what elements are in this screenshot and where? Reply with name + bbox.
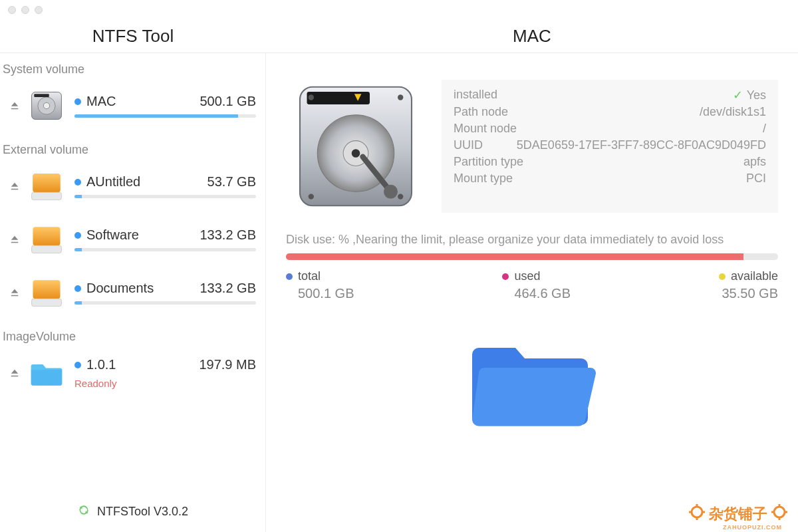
volume-name: Documents — [86, 281, 154, 296]
volume-usage-bar — [74, 114, 256, 118]
watermark-url: ZAHUOPUZI.COM — [723, 524, 782, 531]
eject-button[interactable] — [7, 365, 23, 381]
volume-size: 133.2 GB — [200, 227, 256, 243]
eject-icon — [9, 180, 21, 192]
status-dot — [74, 179, 81, 186]
refresh-icon[interactable] — [77, 503, 90, 520]
info-row-path: Path node/dev/disk1s1 — [454, 104, 766, 120]
selected-volume-title: MAC — [266, 20, 798, 53]
minimize-window-button[interactable] — [21, 6, 29, 14]
disk-stats: total 500.1 GB used 464.6 GB available 3… — [286, 269, 778, 301]
eject-icon — [9, 100, 21, 112]
disk-icon — [28, 87, 65, 124]
disk-image-icon — [286, 80, 426, 213]
eject-icon — [9, 287, 21, 299]
stat-total: total 500.1 GB — [286, 269, 354, 301]
legend-dot-icon — [502, 273, 509, 280]
info-row-installed: installed✓Yes — [454, 86, 766, 104]
watermark: 杂货铺子 — [689, 504, 787, 524]
volume-name: MAC — [86, 94, 116, 109]
volume-name: AUntitled — [86, 174, 140, 190]
eject-button[interactable] — [7, 231, 23, 247]
stat-used: used 464.6 GB — [502, 269, 571, 301]
svg-point-17 — [384, 185, 398, 199]
eject-button[interactable] — [7, 98, 23, 114]
gear-icon — [771, 504, 787, 524]
disk-use-bar — [286, 253, 778, 260]
svg-rect-12 — [307, 92, 370, 104]
close-window-button[interactable] — [8, 6, 16, 14]
gear-icon — [689, 504, 705, 524]
svg-rect-8 — [32, 245, 62, 253]
volume-usage-bar — [74, 248, 256, 251]
svg-point-2 — [43, 102, 49, 108]
stat-available: available 35.50 GB — [719, 269, 778, 301]
info-row-mtype: Mount typePCI — [454, 170, 766, 187]
check-icon: ✓ — [733, 88, 743, 102]
external-drive-icon — [28, 221, 65, 258]
window-titlebar — [0, 0, 798, 20]
eject-icon — [9, 367, 21, 379]
volume-size: 500.1 GB — [200, 94, 256, 109]
volume-usage-bar — [74, 195, 256, 198]
eject-icon — [9, 233, 21, 245]
status-dot — [74, 285, 81, 292]
volume-detail-pane: installed✓Yes Path node/dev/disk1s1 Moun… — [266, 53, 798, 532]
section-image-volume: ImageVolume — [0, 321, 265, 348]
svg-rect-9 — [33, 280, 60, 299]
svg-point-22 — [692, 507, 702, 517]
legend-dot-icon — [719, 273, 726, 280]
volume-row-mac[interactable]: MAC 500.1 GB — [0, 80, 265, 134]
volume-name: 1.0.1 — [86, 357, 116, 372]
volume-size: 197.9 MB — [199, 357, 256, 372]
volume-row-image[interactable]: 1.0.1 197.9 MB Readonly — [0, 348, 265, 401]
status-dot — [74, 98, 81, 105]
app-header: NTFS Tool MAC — [0, 20, 798, 53]
svg-rect-3 — [34, 94, 49, 97]
eject-button[interactable] — [7, 285, 23, 301]
volume-row-software[interactable]: Software 133.2 GB — [0, 214, 265, 267]
disk-use-warning: Disk use: % ,Nearing the limit, please o… — [286, 233, 778, 247]
section-system-volume: System volume — [0, 53, 265, 80]
svg-rect-10 — [32, 299, 62, 306]
volume-size: 133.2 GB — [200, 281, 256, 296]
section-external-volume: External volume — [0, 134, 265, 161]
svg-point-19 — [398, 194, 403, 199]
volume-usage-bar — [74, 301, 256, 305]
status-dot — [74, 232, 81, 239]
svg-point-18 — [309, 194, 314, 199]
folder-open-icon — [459, 328, 605, 441]
app-version: NTFSTool V3.0.2 — [97, 505, 188, 519]
status-dot — [74, 362, 81, 368]
app-title: NTFS Tool — [0, 20, 266, 53]
volume-sidebar: System volume MAC 500.1 GB External volu… — [0, 53, 266, 532]
info-row-ptype: Partition typeapfs — [454, 154, 766, 170]
svg-point-16 — [352, 149, 360, 158]
info-row-mount: Mount node/ — [454, 120, 766, 137]
eject-button[interactable] — [7, 178, 23, 194]
svg-rect-7 — [33, 227, 60, 245]
folder-icon — [28, 354, 65, 392]
sidebar-footer: NTFSTool V3.0.2 — [0, 503, 265, 520]
info-row-uuid: UUID5DAE0659-17EF-3FF7-89CC-8F0AC9D049FD — [454, 137, 766, 154]
external-drive-icon — [28, 274, 65, 311]
svg-point-27 — [774, 507, 785, 517]
svg-rect-5 — [33, 174, 60, 192]
svg-rect-6 — [32, 192, 62, 200]
open-folder-button[interactable] — [286, 328, 778, 441]
volume-row-auntitled[interactable]: AUntitled 53.7 GB — [0, 161, 265, 214]
volume-readonly-badge: Readonly — [74, 378, 256, 389]
volume-info-table: installed✓Yes Path node/dev/disk1s1 Moun… — [442, 80, 778, 213]
external-drive-icon — [28, 168, 65, 205]
svg-point-21 — [398, 94, 403, 100]
volume-size: 53.7 GB — [207, 174, 256, 190]
volume-row-documents[interactable]: Documents 133.2 GB — [0, 267, 265, 321]
svg-point-20 — [309, 94, 314, 100]
zoom-window-button[interactable] — [35, 6, 43, 14]
legend-dot-icon — [286, 273, 293, 280]
volume-name: Software — [86, 227, 139, 243]
